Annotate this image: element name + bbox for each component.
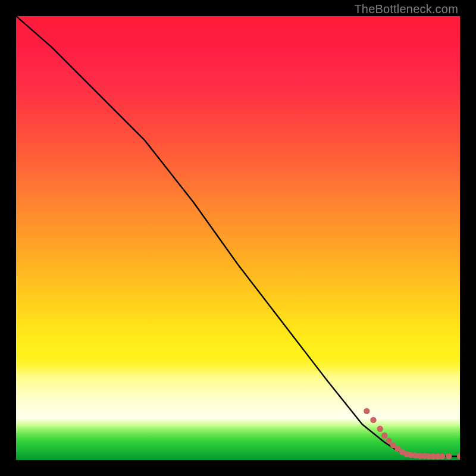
chart-frame: TheBottleneck.com (0, 0, 476, 476)
watermark-label: TheBottleneck.com (354, 2, 458, 16)
chart-plot-area (16, 16, 460, 460)
